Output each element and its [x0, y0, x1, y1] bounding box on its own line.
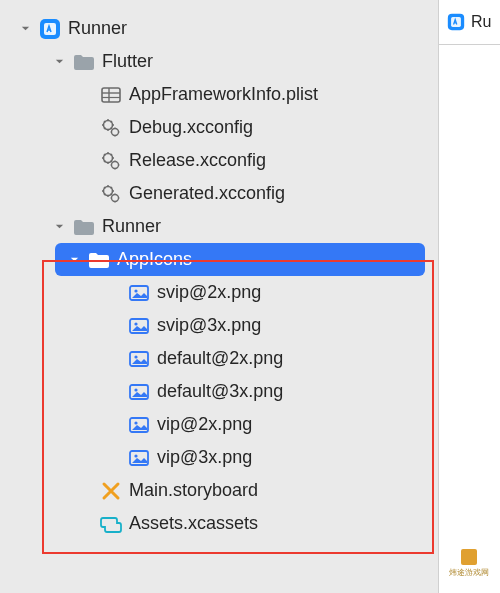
tree-item-flutter-group[interactable]: Flutter [0, 45, 437, 78]
xcconfig-icon [100, 183, 122, 205]
folder-icon [73, 216, 95, 238]
tree-item-main-storyboard[interactable]: Main.storyboard [0, 474, 437, 507]
xcode-project-icon [447, 13, 465, 31]
tree-item-label: AppFrameworkInfo.plist [129, 84, 318, 105]
xcassets-icon [100, 513, 122, 535]
plist-icon [100, 84, 122, 106]
tree-item-label: Debug.xcconfig [129, 117, 253, 138]
tree-item-runner-group[interactable]: Runner [0, 210, 437, 243]
tree-item-label: Runner [102, 216, 161, 237]
svg-rect-2 [102, 88, 120, 102]
image-file-icon [128, 315, 150, 337]
tree-item-debug-xcconfig[interactable]: Debug.xcconfig [0, 111, 437, 144]
tree-item-generated-xcconfig[interactable]: Generated.xcconfig [0, 177, 437, 210]
svg-point-21 [134, 421, 137, 424]
watermark: 炜途游戏网 [438, 545, 500, 581]
tree-item-runner-project[interactable]: Runner [0, 12, 437, 45]
tree-item-default2x[interactable]: default@2x.png [0, 342, 437, 375]
tree-item-assets-xcassets[interactable]: Assets.xcassets [0, 507, 437, 540]
editor-tab-bar[interactable]: Ru [438, 0, 500, 45]
editor-area [438, 45, 500, 593]
tree-item-vip3x[interactable]: vip@3x.png [0, 441, 437, 474]
tree-item-vip2x[interactable]: vip@2x.png [0, 408, 437, 441]
image-file-icon [128, 348, 150, 370]
chevron-down-icon [52, 56, 66, 67]
tree-item-label: Generated.xcconfig [129, 183, 285, 204]
svg-point-13 [134, 289, 137, 292]
tree-item-label: vip@3x.png [157, 447, 252, 468]
tree-item-label: AppIcons [117, 249, 192, 270]
svg-point-11 [112, 194, 119, 201]
svg-point-9 [112, 161, 119, 168]
folder-icon [73, 51, 95, 73]
image-file-icon [128, 381, 150, 403]
tree-item-label: svip@2x.png [157, 282, 261, 303]
svg-point-7 [112, 128, 119, 135]
tree-item-label: Flutter [102, 51, 153, 72]
chevron-down-icon [67, 254, 81, 265]
tree-item-label: Assets.xcassets [129, 513, 258, 534]
image-file-icon [128, 447, 150, 469]
editor-tab-label: Ru [471, 13, 491, 31]
xcode-project-icon [39, 18, 61, 40]
file-navigator-sidebar[interactable]: Runner Flutter AppFrameworkInfo.plist De… [0, 0, 437, 593]
folder-icon [88, 249, 110, 271]
xcconfig-icon [100, 117, 122, 139]
image-file-icon [128, 282, 150, 304]
svg-point-23 [134, 454, 137, 457]
image-file-icon [128, 414, 150, 436]
xcconfig-icon [100, 150, 122, 172]
tree-item-label: default@3x.png [157, 381, 283, 402]
tree-item-appframeworkinfo[interactable]: AppFrameworkInfo.plist [0, 78, 437, 111]
svg-point-15 [134, 322, 137, 325]
tree-item-release-xcconfig[interactable]: Release.xcconfig [0, 144, 437, 177]
watermark-icon [461, 549, 477, 565]
watermark-text: 炜途游戏网 [449, 567, 489, 578]
tree-item-label: default@2x.png [157, 348, 283, 369]
tree-item-svip3x[interactable]: svip@3x.png [0, 309, 437, 342]
tree-item-label: Release.xcconfig [129, 150, 266, 171]
tree-item-label: Main.storyboard [129, 480, 258, 501]
tree-item-label: vip@2x.png [157, 414, 252, 435]
svg-point-19 [134, 388, 137, 391]
tree-item-default3x[interactable]: default@3x.png [0, 375, 437, 408]
tree-item-appicons-group[interactable]: AppIcons [55, 243, 425, 276]
chevron-down-icon [18, 23, 32, 34]
storyboard-icon [100, 480, 122, 502]
chevron-down-icon [52, 221, 66, 232]
tree-item-label: svip@3x.png [157, 315, 261, 336]
tree-item-svip2x[interactable]: svip@2x.png [0, 276, 437, 309]
svg-point-17 [134, 355, 137, 358]
tree-item-label: Runner [68, 18, 127, 39]
